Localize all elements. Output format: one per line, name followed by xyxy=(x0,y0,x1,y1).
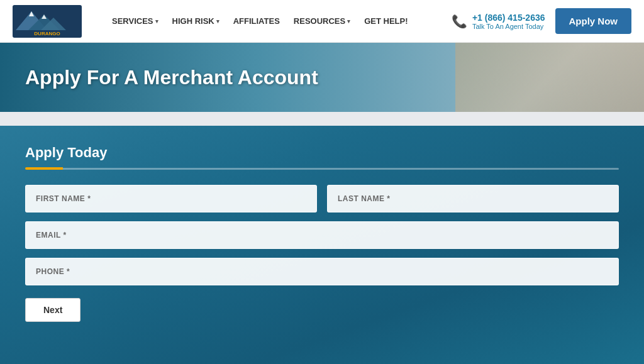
nav-affiliates-label: AFFILIATES xyxy=(233,16,280,26)
apply-now-button[interactable]: Apply Now xyxy=(555,8,632,34)
chevron-down-icon: ▾ xyxy=(216,18,219,25)
phone-input[interactable] xyxy=(25,258,619,285)
hero-banner: Apply For A Merchant Account xyxy=(0,43,644,112)
logo-svg: DURANGO MERCHANT SERVICES xyxy=(13,5,82,38)
svg-text:MERCHANT SERVICES: MERCHANT SERVICES xyxy=(28,37,67,38)
name-row xyxy=(25,185,619,212)
phone-row xyxy=(25,258,619,285)
first-name-input[interactable] xyxy=(25,185,317,212)
nav-right: 📞 +1 (866) 415-2636 Talk To An Agent Tod… xyxy=(452,8,631,34)
email-row xyxy=(25,221,619,249)
nav-highrisk-label: HIGH RISK xyxy=(172,16,214,26)
nav-item-affiliates[interactable]: AFFILIATES xyxy=(228,14,285,28)
hero-title: Apply For A Merchant Account xyxy=(25,66,318,89)
nav-item-gethelp[interactable]: GET HELP! xyxy=(359,14,413,28)
last-name-input[interactable] xyxy=(327,185,619,212)
progress-filled xyxy=(25,167,63,170)
logo[interactable]: DURANGO MERCHANT SERVICES xyxy=(13,5,88,38)
nav-item-services[interactable]: SERVICES ▾ xyxy=(107,14,164,28)
next-button[interactable]: Next xyxy=(25,298,80,322)
nav-resources-label: RESOURCES xyxy=(294,16,345,26)
svg-text:DURANGO: DURANGO xyxy=(34,31,60,36)
progress-bar xyxy=(25,167,619,170)
nav-services-label: SERVICES xyxy=(112,16,153,26)
email-input[interactable] xyxy=(25,221,619,249)
nav-gethelp-label: GET HELP! xyxy=(364,16,408,26)
nav-item-highrisk[interactable]: HIGH RISK ▾ xyxy=(167,14,225,28)
navbar: DURANGO MERCHANT SERVICES SERVICES ▾ HIG… xyxy=(0,0,644,43)
form-section: Apply Today Next xyxy=(0,126,644,364)
gray-divider xyxy=(0,112,644,126)
phone-area[interactable]: 📞 +1 (866) 415-2636 Talk To An Agent Tod… xyxy=(452,13,545,30)
phone-icon: 📞 xyxy=(452,14,467,29)
phone-sub: Talk To An Agent Today xyxy=(472,23,545,30)
phone-text: +1 (866) 415-2636 Talk To An Agent Today xyxy=(472,13,545,30)
nav-links: SERVICES ▾ HIGH RISK ▾ AFFILIATES RESOUR… xyxy=(107,14,452,28)
phone-number: +1 (866) 415-2636 xyxy=(472,13,545,23)
chevron-down-icon: ▾ xyxy=(347,18,350,25)
progress-empty xyxy=(63,168,619,170)
nav-item-resources[interactable]: RESOURCES ▾ xyxy=(289,14,355,28)
chevron-down-icon: ▾ xyxy=(155,18,158,25)
form-section-title: Apply Today xyxy=(25,145,619,161)
